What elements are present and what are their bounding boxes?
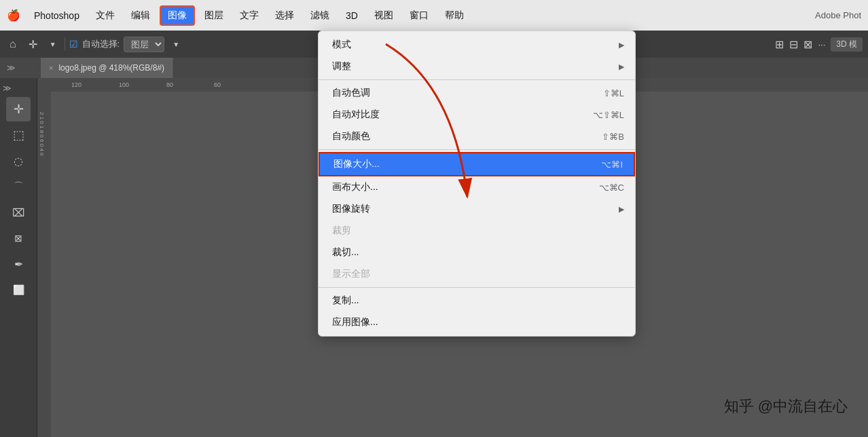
menu-item-auto-tone-shortcut: ⇧⌘L (603, 88, 624, 98)
eraser-tool[interactable]: ⊠ (6, 226, 31, 250)
ruler-num-120-left: 120 (71, 81, 82, 88)
menu-item-canvas-size[interactable]: 画布大小... ⌥⌘C (319, 176, 635, 198)
menu-photoshop[interactable]: Photoshop (27, 7, 86, 24)
divider-1 (319, 79, 635, 80)
tab-close-btn[interactable]: × (49, 64, 53, 72)
menu-item-auto-contrast-label: 自动对比度 (332, 109, 593, 121)
app-title: Adobe Phot (815, 10, 861, 20)
apple-logo[interactable]: 🍎 (7, 9, 20, 22)
toolbar-right: ⊞ ⊟ ⊠ ··· 3D 模 (775, 37, 863, 52)
menu-item-crop: 裁剪 (319, 220, 635, 242)
menu-item-image-size-label: 图像大小... (333, 158, 601, 170)
menu-item-auto-color[interactable]: 自动颜色 ⇧⌘B (319, 126, 635, 147)
ruler-left-nums: 2 1 0 1 8 0 6 0 4 0 (39, 112, 45, 156)
menu-item-crop-label: 裁剪 (332, 225, 624, 237)
menu-help[interactable]: 帮助 (438, 7, 471, 24)
image-menu-dropdown[interactable]: 模式 ▶ 调整 ▶ 自动色调 ⇧⌘L 自动对比度 ⌥⇧⌘L 自动颜色 ⇧⌘B (318, 31, 636, 337)
home-icon[interactable]: ⌂ (5, 35, 20, 53)
menu-3d[interactable]: 3D (339, 7, 365, 24)
menu-item-rotate[interactable]: 图像旋转 ▶ (319, 198, 635, 220)
menu-item-auto-contrast-shortcut: ⌥⇧⌘L (593, 110, 624, 120)
menu-filter[interactable]: 滤镜 (304, 7, 336, 24)
align-icon-2[interactable]: ⊟ (789, 38, 798, 51)
menu-view[interactable]: 视图 (367, 7, 400, 24)
menu-item-apply-image[interactable]: 应用图像... (319, 311, 635, 333)
menu-item-mode-label: 模式 (332, 39, 619, 51)
menu-item-rotate-arrow: ▶ (619, 205, 624, 214)
menu-bar: 🍎 Photoshop 文件 编辑 图像 图层 文字 选择 滤镜 3D 视图 窗… (0, 0, 868, 31)
move-dropdown-icon[interactable]: ▼ (46, 38, 60, 51)
document-tab[interactable]: × logo8.jpeg @ 418%(RGB/8#) (41, 58, 173, 78)
menu-item-duplicate-label: 复制... (332, 294, 624, 307)
move-tool[interactable]: ✛ (6, 97, 31, 121)
lasso-tool[interactable]: ◌ (6, 149, 31, 173)
menu-item-trim[interactable]: 裁切... (319, 242, 635, 263)
eyedropper-tool[interactable]: ✒ (6, 252, 31, 276)
menu-item-mode-arrow: ▶ (619, 41, 624, 50)
separator-1 (65, 37, 65, 51)
menu-image[interactable]: 图像 (160, 5, 195, 26)
move-icon[interactable]: ✛ (24, 35, 41, 54)
menu-item-reveal-all-label: 显示全部 (332, 268, 624, 280)
stamp-tool[interactable]: ⬜ (6, 278, 31, 302)
menu-item-auto-color-shortcut: ⇧⌘B (602, 132, 624, 142)
auto-select-label: 自动选择: (82, 38, 120, 50)
menu-edit[interactable]: 编辑 (124, 7, 157, 24)
align-icon-3[interactable]: ⊠ (803, 38, 812, 51)
menu-item-duplicate[interactable]: 复制... (319, 290, 635, 311)
left-toolbar: ≫ ✛ ⬚ ◌ ⌒ ⌧ ⊠ ✒ ⬜ (0, 78, 37, 437)
ruler-num-100-left: 100 (119, 81, 129, 88)
menu-item-image-size-shortcut: ⌥⌘I (601, 159, 623, 170)
menu-item-auto-tone[interactable]: 自动色调 ⇧⌘L (319, 82, 635, 104)
menu-item-reveal-all: 显示全部 (319, 263, 635, 285)
divider-3 (319, 287, 635, 288)
more-options-btn[interactable]: ··· (818, 39, 825, 50)
menu-item-mode[interactable]: 模式 ▶ (319, 34, 635, 56)
selection-tool[interactable]: ⬚ (6, 123, 31, 147)
menu-item-canvas-size-shortcut: ⌥⌘C (599, 183, 624, 193)
tab-filename: logo8.jpeg @ 418%(RGB/8#) (58, 63, 164, 73)
brush-tool[interactable]: ⌒ (6, 174, 31, 199)
menu-item-trim-label: 裁切... (332, 246, 624, 259)
menu-text[interactable]: 文字 (233, 7, 266, 24)
menu-item-auto-tone-label: 自动色调 (332, 87, 603, 99)
menu-item-auto-contrast[interactable]: 自动对比度 ⌥⇧⌘L (319, 104, 635, 126)
menu-item-adjust-arrow: ▶ (619, 62, 624, 71)
menu-item-rotate-label: 图像旋转 (332, 203, 619, 215)
ruler-num-80-left: 80 (166, 81, 173, 88)
menu-item-auto-color-label: 自动颜色 (332, 130, 602, 142)
menu-item-apply-image-label: 应用图像... (332, 316, 624, 328)
menu-item-image-size[interactable]: 图像大小... ⌥⌘I (319, 152, 635, 176)
ruler-corner (37, 78, 51, 92)
menu-file[interactable]: 文件 (89, 7, 122, 24)
three-d-button[interactable]: 3D 模 (831, 37, 863, 52)
menu-select[interactable]: 选择 (268, 7, 301, 24)
menu-item-adjust[interactable]: 调整 ▶ (319, 56, 635, 77)
menu-item-canvas-size-label: 画布大小... (332, 181, 599, 193)
ruler-left: 2 1 0 1 8 0 6 0 4 0 (37, 92, 51, 437)
auto-select-checkbox[interactable]: ☑ (69, 39, 78, 50)
menu-layer[interactable]: 图层 (198, 7, 230, 24)
layer-dropdown-icon[interactable]: ▼ (168, 38, 183, 51)
align-icon-1[interactable]: ⊞ (775, 38, 784, 51)
crop-tool[interactable]: ⌧ (6, 200, 31, 225)
collapse-panels-icon[interactable]: ≫ (3, 83, 12, 93)
panels-toggle[interactable]: ≫ (7, 63, 16, 73)
menu-window[interactable]: 窗口 (403, 7, 435, 24)
ruler-num-60: 60 (214, 81, 221, 88)
menu-item-adjust-label: 调整 (332, 60, 619, 73)
layer-select[interactable]: 图层 (124, 37, 164, 52)
divider-2 (319, 149, 635, 150)
